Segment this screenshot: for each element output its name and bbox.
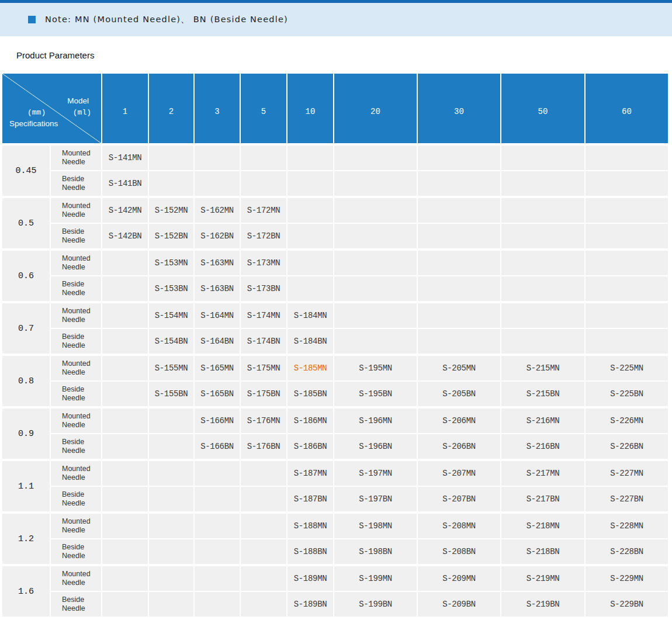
spec-group-1.1: 1.1MountedNeedleS-187MNS-197MNS-207MNS-2… bbox=[2, 461, 668, 511]
header-corner-cell: Model (ml) (mm) Specifications bbox=[2, 74, 101, 143]
empty-cell bbox=[586, 303, 668, 328]
model-cell: S-174BN bbox=[241, 329, 286, 354]
empty-cell bbox=[102, 514, 148, 538]
empty-cell bbox=[586, 198, 668, 223]
empty-cell bbox=[501, 171, 584, 196]
empty-cell bbox=[195, 171, 240, 196]
empty-cell bbox=[287, 198, 333, 223]
needle-type-cell: MountedNeedle bbox=[51, 408, 101, 433]
model-cell: S-209MN bbox=[418, 566, 500, 591]
empty-cell bbox=[241, 566, 286, 591]
model-cell: S-205BN bbox=[418, 382, 500, 406]
header-col-50ml: 50 bbox=[501, 74, 584, 143]
empty-cell bbox=[195, 539, 240, 564]
model-cell: S-216BN bbox=[501, 434, 584, 459]
empty-cell bbox=[149, 146, 193, 170]
empty-cell bbox=[102, 434, 148, 459]
model-cell: S-153MN bbox=[149, 251, 193, 275]
model-cell: S-141MN bbox=[102, 146, 148, 170]
empty-cell bbox=[241, 146, 286, 170]
model-cell: S-188BN bbox=[287, 539, 333, 564]
model-cell: S-173MN bbox=[241, 251, 286, 275]
model-cell: S-195MN bbox=[334, 356, 417, 380]
model-cell: S-153BN bbox=[149, 276, 193, 301]
empty-cell bbox=[102, 303, 148, 328]
empty-cell bbox=[241, 487, 286, 511]
empty-cell bbox=[195, 514, 240, 538]
model-cell: S-227MN bbox=[586, 461, 668, 486]
empty-cell bbox=[586, 329, 668, 354]
empty-cell bbox=[334, 171, 417, 196]
model-cell: S-199MN bbox=[334, 566, 417, 591]
header-col-20ml: 20 bbox=[334, 74, 417, 143]
spec-group-0.9: 0.9MountedNeedleS-166MNS-176MNS-186MNS-1… bbox=[2, 408, 668, 459]
model-cell: S-189MN bbox=[287, 566, 333, 591]
needle-type-cell: BesideNeedle bbox=[51, 171, 101, 196]
empty-cell bbox=[241, 592, 286, 617]
model-cell: S-165BN bbox=[195, 382, 240, 406]
note-banner: Note: MN (Mounted Needle)、 BN (Beside Ne… bbox=[0, 3, 672, 36]
model-cell: S-172MN bbox=[241, 198, 286, 223]
model-cell: S-208MN bbox=[418, 514, 500, 538]
model-cell: S-164BN bbox=[195, 329, 240, 354]
model-cell: S-208BN bbox=[418, 539, 500, 564]
needle-type-cell: BesideNeedle bbox=[51, 434, 101, 459]
model-cell: S-215MN bbox=[501, 356, 584, 380]
empty-cell bbox=[102, 382, 148, 406]
needle-type-cell: MountedNeedle bbox=[51, 146, 101, 170]
model-cell: S-163BN bbox=[195, 276, 240, 301]
table-header-row: Model (ml) (mm) Specifications 123510203… bbox=[2, 74, 668, 143]
empty-cell bbox=[334, 146, 417, 170]
empty-cell bbox=[501, 251, 584, 275]
needle-type-cell: MountedNeedle bbox=[51, 514, 101, 538]
model-cell: S-196BN bbox=[334, 434, 417, 459]
model-cell: S-165MN bbox=[195, 356, 240, 380]
empty-cell bbox=[149, 566, 193, 591]
model-cell: S-175MN bbox=[241, 356, 286, 380]
spec-cell: 0.7 bbox=[2, 303, 50, 354]
spec-group-1.2: 1.2MountedNeedleS-188MNS-198MNS-208MNS-2… bbox=[2, 514, 668, 564]
empty-cell bbox=[102, 566, 148, 591]
model-cell: S-152MN bbox=[149, 198, 193, 223]
needle-type-cell: BesideNeedle bbox=[51, 487, 101, 511]
spec-cell: 0.8 bbox=[2, 356, 50, 406]
model-cell: S-175BN bbox=[241, 382, 286, 406]
model-cell: S-174MN bbox=[241, 303, 286, 328]
empty-cell bbox=[334, 303, 417, 328]
empty-cell bbox=[149, 539, 193, 564]
empty-cell bbox=[102, 329, 148, 354]
model-cell: S-229MN bbox=[586, 566, 668, 591]
empty-cell bbox=[586, 276, 668, 301]
empty-cell bbox=[334, 198, 417, 223]
empty-cell bbox=[149, 592, 193, 617]
empty-cell bbox=[241, 514, 286, 538]
model-cell: S-154BN bbox=[149, 329, 193, 354]
model-cell: S-216MN bbox=[501, 408, 584, 433]
model-cell: S-162BN bbox=[195, 224, 240, 248]
model-cell: S-163MN bbox=[195, 251, 240, 275]
model-cell: S-186BN bbox=[287, 434, 333, 459]
needle-type-cell: BesideNeedle bbox=[51, 539, 101, 564]
model-cell: S-188MN bbox=[287, 514, 333, 538]
model-cell: S-207BN bbox=[418, 487, 500, 511]
model-cell: S-229BN bbox=[586, 592, 668, 617]
model-cell: S-152BN bbox=[149, 224, 193, 248]
model-cell: S-207MN bbox=[418, 461, 500, 486]
empty-cell bbox=[501, 303, 584, 328]
empty-cell bbox=[501, 224, 584, 248]
spec-cell: 1.2 bbox=[2, 514, 50, 564]
note-bullet-icon bbox=[28, 16, 36, 23]
empty-cell bbox=[102, 408, 148, 433]
model-cell: S-187BN bbox=[287, 487, 333, 511]
empty-cell bbox=[287, 146, 333, 170]
header-col-30ml: 30 bbox=[418, 74, 500, 143]
model-cell: S-184BN bbox=[287, 329, 333, 354]
model-cell: S-217MN bbox=[501, 461, 584, 486]
spec-cell: 0.45 bbox=[2, 146, 50, 196]
needle-type-cell: BesideNeedle bbox=[51, 224, 101, 248]
model-cell: S-226MN bbox=[586, 408, 668, 433]
needle-type-cell: BesideNeedle bbox=[51, 592, 101, 617]
empty-cell bbox=[586, 251, 668, 275]
model-cell: S-155MN bbox=[149, 356, 193, 380]
empty-cell bbox=[501, 198, 584, 223]
